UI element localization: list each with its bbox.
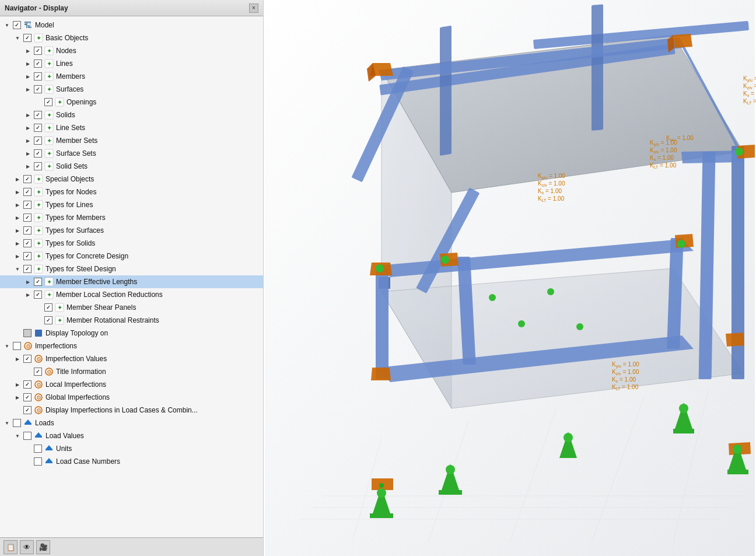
expand-arrow-surface-sets[interactable] [23,149,33,158]
tree-item-load-case-numbers[interactable]: Load Case Numbers [0,455,263,468]
tree-item-lines[interactable]: ✦ Lines [0,57,263,70]
expand-arrow-member-sets[interactable] [23,136,33,145]
expand-arrow-title-information[interactable] [23,367,33,376]
checkbox-types-for-steel[interactable] [23,265,32,273]
expand-arrow-surfaces[interactable] [23,85,33,94]
checkbox-types-for-lines[interactable] [23,201,32,209]
checkbox-member-effective-lengths[interactable] [34,278,42,286]
checkbox-member-local-section[interactable] [34,291,42,299]
eye-button[interactable]: 👁 [20,540,34,554]
expand-arrow-line-sets[interactable] [23,123,33,132]
expand-arrow-types-for-lines[interactable] [13,200,22,209]
expand-arrow-member-local-section[interactable] [23,290,33,299]
checkbox-types-for-members[interactable] [23,214,32,222]
checkbox-model[interactable] [13,21,21,29]
checkbox-surface-sets[interactable] [34,149,42,158]
expand-arrow-display-imperfections[interactable] [13,405,22,415]
checkbox-display-topology[interactable] [23,329,32,337]
tree-item-imperfection-values[interactable]: ⚙ Imperfection Values [0,352,263,365]
expand-arrow-basic-objects[interactable] [13,33,22,43]
tree-item-units[interactable]: Units [0,442,263,455]
tree-item-types-for-surfaces[interactable]: ✦ Types for Surfaces [0,224,263,237]
close-button[interactable]: × [249,4,258,13]
expand-arrow-types-for-nodes[interactable] [13,187,22,197]
expand-arrow-units[interactable] [23,444,33,453]
checkbox-lines[interactable] [34,60,42,68]
tree-item-line-sets[interactable]: ✦ Line Sets [0,121,263,134]
tree-item-member-sets[interactable]: ✦ Member Sets [0,134,263,147]
expand-arrow-global-imperfections[interactable] [13,393,22,402]
tree-item-display-topology[interactable]: Display Topology on [0,327,263,340]
tree-item-title-information[interactable]: ⚙ Title Information [0,365,263,378]
expand-arrow-member-rotational[interactable] [34,316,43,325]
expand-arrow-solid-sets[interactable] [23,162,33,171]
expand-arrow-types-for-concrete[interactable] [13,251,22,261]
checkbox-openings[interactable] [44,98,52,106]
tree-item-loads-group[interactable]: Loads [0,417,263,429]
tree-item-member-rotational[interactable]: ✦ Member Rotational Restraints [0,314,263,327]
tree-item-model[interactable]: 🏗 Model [0,19,263,32]
checkbox-imperfections-group[interactable] [13,342,21,350]
checkbox-nodes[interactable] [34,47,42,55]
expand-arrow-imperfection-values[interactable] [13,354,22,363]
checkbox-load-values[interactable] [23,432,32,440]
tree-item-member-shear-panels[interactable]: ✦ Member Shear Panels [0,301,263,314]
tree-item-types-for-nodes[interactable]: ✦ Types for Nodes [0,186,263,198]
expand-arrow-types-for-surfaces[interactable] [13,226,22,235]
tree-item-solids[interactable]: ✦ Solids [0,109,263,121]
tree-item-types-for-concrete[interactable]: ✦ Types for Concrete Design [0,250,263,263]
checkbox-solids[interactable] [34,111,42,119]
tree-item-types-for-lines[interactable]: ✦ Types for Lines [0,198,263,211]
expand-arrow-member-effective-lengths[interactable] [23,277,33,286]
tree-item-member-local-section[interactable]: ✦ Member Local Section Reductions [0,288,263,301]
checkbox-types-for-surfaces[interactable] [23,226,32,235]
checkbox-imperfection-values[interactable] [23,355,32,363]
checkbox-members[interactable] [34,72,42,81]
tree-item-nodes[interactable]: ✦ Nodes [0,44,263,57]
tree-item-load-values[interactable]: Load Values [0,429,263,442]
checkbox-member-sets[interactable] [34,137,42,145]
expand-arrow-nodes[interactable] [23,46,33,55]
checkbox-display-imperfections[interactable] [23,406,32,414]
tree-item-display-imperfections[interactable]: ⚙ Display Imperfections in Load Cases & … [0,404,263,417]
checkbox-member-shear-panels[interactable] [44,303,52,312]
expand-arrow-local-imperfections[interactable] [13,380,22,389]
checkbox-types-for-solids[interactable] [23,239,32,247]
expand-arrow-imperfections-group[interactable] [2,341,12,351]
checkbox-load-case-numbers[interactable] [34,457,42,466]
expand-arrow-load-case-numbers[interactable] [23,457,33,466]
checkbox-loads-group[interactable] [13,419,21,427]
checkbox-solid-sets[interactable] [34,162,42,170]
tree-item-imperfections-group[interactable]: ⚙ Imperfections [0,340,263,352]
tree-item-solid-sets[interactable]: ✦ Solid Sets [0,160,263,173]
tree-item-members[interactable]: ✦ Members [0,70,263,83]
tree-item-local-imperfections[interactable]: ⚙ Local Imperfections [0,378,263,391]
expand-arrow-model[interactable] [2,20,12,30]
tree-item-openings[interactable]: ✦ Openings [0,96,263,109]
expand-arrow-member-shear-panels[interactable] [34,303,43,312]
tree-item-surface-sets[interactable]: ✦ Surface Sets [0,147,263,160]
expand-arrow-openings[interactable] [34,97,43,107]
checkbox-surfaces[interactable] [34,85,42,93]
checkbox-title-information[interactable] [34,368,42,376]
tree-item-global-imperfections[interactable]: ⚙ Global Imperfections [0,391,263,404]
tree-item-types-for-members[interactable]: ✦ Types for Members [0,211,263,224]
expand-arrow-loads-group[interactable] [2,418,12,428]
expand-arrow-types-for-members[interactable] [13,213,22,222]
expand-arrow-lines[interactable] [23,59,33,68]
expand-arrow-types-for-solids[interactable] [13,239,22,248]
checkbox-special-objects[interactable] [23,175,32,183]
checkbox-types-for-concrete[interactable] [23,252,32,260]
tree-item-special-objects[interactable]: ✦ Special Objects [0,173,263,186]
clipboard-button[interactable]: 📋 [4,540,18,554]
tree-item-types-for-steel[interactable]: ✦ Types for Steel Design [0,263,263,275]
expand-arrow-load-values[interactable] [13,431,22,440]
checkbox-local-imperfections[interactable] [23,380,32,389]
expand-arrow-members[interactable] [23,72,33,81]
checkbox-types-for-nodes[interactable] [23,188,32,196]
checkbox-member-rotational[interactable] [44,316,52,324]
expand-arrow-types-for-steel[interactable] [13,264,22,274]
camera-button[interactable]: 🎥 [36,540,50,554]
tree-item-member-effective-lengths[interactable]: ✦ Member Effective Lengths [0,275,263,288]
checkbox-basic-objects[interactable] [23,34,32,42]
